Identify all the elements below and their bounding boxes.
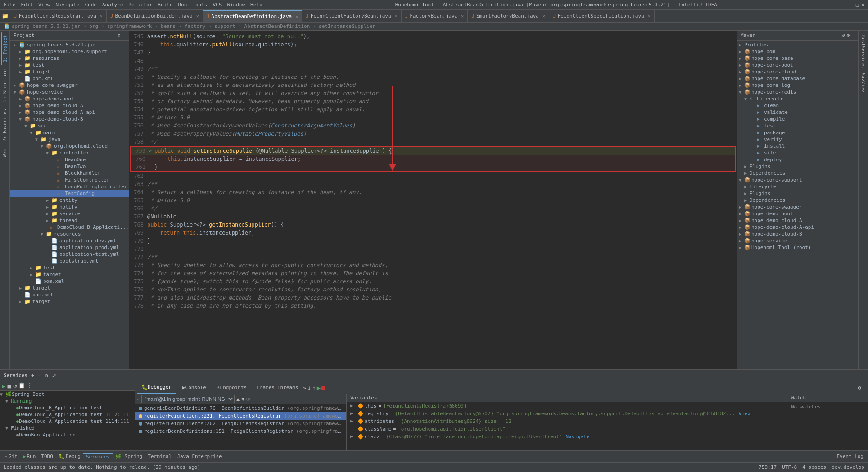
maven-item-hope-bom[interactable]: ▶ 📦 hope-bom	[737, 48, 858, 55]
sidebar-tab-favorites[interactable]: 2: Favorites	[1, 106, 8, 144]
services-stop-icon[interactable]: ■	[7, 382, 11, 390]
sidebar-tab-structure[interactable]: 2: Structure	[1, 67, 8, 104]
bottom-terminal-btn[interactable]: Terminal	[145, 454, 174, 459]
maven-lifecycle2[interactable]: ▶ Lifecycle	[737, 183, 858, 190]
tree-item-test2[interactable]: ▶ 📁 test	[10, 264, 129, 271]
tree-item-resources[interactable]: ▶ 📁 resources	[10, 55, 129, 62]
bottom-git-btn[interactable]: ⑂ Git	[2, 454, 20, 459]
maven-item-hope-demo-boot[interactable]: ▶ 📦 hope-demo-boot	[737, 210, 858, 217]
tree-item-service[interactable]: ▶ 📁 service	[10, 210, 129, 217]
var-item-registry[interactable]: ▶ 🔶 registry = {DefaultListableBeanFacto…	[347, 410, 787, 418]
tree-item-controller[interactable]: ▼ 📁 controller	[10, 150, 129, 156]
tree-item-app-dev[interactable]: ▶ 📄 application-dev.yml	[10, 237, 129, 244]
code-scroll-area[interactable]: 745 Assert.notNull(source, "Source must …	[129, 31, 737, 369]
thread-up-icon[interactable]: ▲	[236, 396, 240, 402]
right-tab-restservices[interactable]: RestServices	[860, 32, 867, 70]
resume-icon[interactable]: ▶	[317, 384, 321, 391]
menu-window[interactable]: Window	[227, 2, 245, 8]
maven-item-hope-core-boot[interactable]: ▶ 📦 hope-core-boot	[737, 62, 858, 68]
maven-goal-compile[interactable]: ▶ ▶ compile	[737, 116, 858, 123]
bottom-spring-btn[interactable]: 🌿 Spring	[113, 454, 145, 459]
code-editor[interactable]: 745 Assert.notNull(source, "Source must …	[129, 31, 737, 369]
maven-profiles-header[interactable]: ▶ Profiles	[737, 41, 858, 48]
menu-edit[interactable]: Edit	[21, 2, 33, 8]
thread-filter-icon[interactable]: ⊞	[247, 396, 250, 402]
maven-item-hope-service[interactable]: ▶ 📦 hope-service	[737, 237, 858, 244]
tree-item-test[interactable]: ▶ 📁 test	[10, 62, 129, 68]
minimize-button[interactable]: —	[850, 2, 853, 8]
bottom-run-btn[interactable]: ▶ Run	[20, 454, 39, 459]
maven-goal-site[interactable]: ▶ ▶ site	[737, 150, 858, 156]
tree-item-core-support[interactable]: ▶ 📁 org.hopehomi.core.support	[10, 48, 129, 55]
maven-refresh-icon[interactable]: ↺	[842, 32, 845, 38]
tree-item-target3[interactable]: ▶ 📁 target	[10, 285, 129, 291]
stop-icon[interactable]: ■	[321, 384, 325, 391]
menu-build[interactable]: Build	[158, 2, 172, 8]
tree-item-hope-service[interactable]: ▼ 📦 hope-service	[10, 89, 129, 95]
tab-smartfactorybean[interactable]: J SmartFactoryBean.java ✕	[468, 10, 549, 23]
tab-feignclientfactorybean[interactable]: J FeignClientFactoryBean.java ✕	[302, 10, 401, 23]
maven-collapse-icon[interactable]: —	[851, 32, 854, 38]
tab-feignclientsregistrar[interactable]: J FeignClientsRegistrar.java ✕	[10, 10, 107, 23]
services-collapse-icon[interactable]: −	[38, 372, 41, 379]
tree-item-java[interactable]: ▼ 📁 java	[10, 136, 129, 143]
tree-item-target4[interactable]: ▶ 📁 target	[10, 298, 129, 305]
tree-item-org-hopehomi-cloud[interactable]: ▼ 📦 org.hopehomi.cloud	[10, 143, 129, 150]
tab-feignclientspecification[interactable]: J FeignClientSpecification.java ✕	[549, 10, 655, 23]
tree-item-beanone[interactable]: ▶ ☕ BeanOne	[10, 156, 129, 163]
menu-tools[interactable]: Tools	[192, 2, 207, 8]
tree-item-testconfig[interactable]: ▶ ☕ TestConfig	[10, 190, 129, 197]
tab-close-icon[interactable]: ✕	[295, 14, 298, 19]
tree-item-app-test[interactable]: ▶ 📄 application-test.yml	[10, 251, 129, 258]
tree-item-longpollingcontroller[interactable]: ▶ ☕ LongPollingController	[10, 183, 129, 190]
maven-item-hope-demo-cloud-b[interactable]: ▶ 📦 hope-demo-cloud-B	[737, 231, 858, 237]
tab-close-icon[interactable]: ✕	[542, 14, 545, 18]
bottom-todo-btn[interactable]: TODO	[38, 454, 56, 459]
frame-item-3[interactable]: registerBeanDefinitions:151, FeignClient…	[135, 427, 346, 435]
tree-item-hope-demo-boot[interactable]: ▶ 📦 hope-demo-boot	[10, 95, 129, 102]
maven-goal-verify[interactable]: ▶ ▶ verify	[737, 136, 858, 143]
frame-item-2[interactable]: registerFeignClients:202, FeignClientsRe…	[135, 420, 346, 427]
menu-code[interactable]: Code	[85, 2, 97, 8]
sidebar-tab-project[interactable]: 1: Project	[1, 32, 9, 65]
tab-factorybean[interactable]: J FactoryBean.java ✕	[402, 10, 468, 23]
maven-item-hope-core-database[interactable]: ▶ 📦 hope-core-database	[737, 75, 858, 82]
services-more-icon[interactable]: ⋮	[27, 382, 32, 390]
maven-goal-install[interactable]: ▶ ▶ install	[737, 143, 858, 150]
tree-item-firstcontroller[interactable]: ▶ ☕ FirstController	[10, 177, 129, 183]
tree-item-notify[interactable]: ▶ 📁 notify	[10, 204, 129, 210]
window-controls[interactable]: — □ ✕	[850, 2, 864, 8]
services-run-icon[interactable]: ▶	[2, 382, 5, 390]
navigate-link2[interactable]: Navigate	[565, 434, 589, 440]
sidebar-tab-web[interactable]: Web	[1, 146, 8, 160]
maximize-button[interactable]: □	[856, 2, 859, 8]
maven-item-hopehomi-tool[interactable]: ▶ 📦 Hopehomi-Tool (root)	[737, 244, 858, 251]
bottom-debug-btn[interactable]: 🐛 Debug	[56, 454, 83, 459]
tree-item-src[interactable]: ▼ 📁 src	[10, 123, 129, 129]
menu-bar[interactable]: File Edit View Navigate Code Analyze Ref…	[4, 2, 262, 8]
maven-item-hope-core-base[interactable]: ▶ 📦 hope-core-base	[737, 55, 858, 62]
bottom-java-enterprise-btn[interactable]: Java Enterprise	[174, 454, 224, 459]
menu-refactor[interactable]: Refactor	[128, 2, 152, 8]
maven-item-hope-core-redis[interactable]: ▼ 📦 hope-core-redis	[737, 89, 858, 95]
var-item-classname[interactable]: ▶ 🔶 className = "org.hopehomi.api.feign.…	[347, 425, 787, 433]
tree-item-target1[interactable]: ▶ 📁 target	[10, 68, 129, 75]
tab-close-icon[interactable]: ✕	[100, 14, 103, 18]
services-finished[interactable]: ▼ Finished	[0, 425, 135, 431]
menu-navigate[interactable]: Navigate	[56, 2, 80, 8]
services-spring-boot[interactable]: ▼ 🌿 Spring Boot	[0, 391, 135, 398]
maven-item-hope-demo-cloud-a-api[interactable]: ▶ 📦 hope-demo-cloud-A-api	[737, 224, 858, 231]
tab-close-icon[interactable]: ✕	[395, 14, 398, 18]
services-app-democloudB[interactable]: ▶ ● DemoCloud_B_Application-test	[0, 404, 135, 411]
var-item-attributes[interactable]: ▶ 🔶 attributes = {AnnotationAttributes@8…	[347, 418, 787, 425]
menu-view[interactable]: View	[38, 2, 50, 8]
maven-dependencies[interactable]: ▶ Dependencies	[737, 170, 858, 177]
tree-item-hope-demo-cloud-b[interactable]: ▼ 📦 hope-demo-cloud-B	[10, 116, 129, 123]
tree-item-pom1[interactable]: ▶ 📄 pom.xml	[10, 75, 129, 82]
tab-close-icon[interactable]: ✕	[461, 14, 464, 18]
services-app-demoboot[interactable]: ▶ ● DemoBootApplication	[0, 431, 135, 438]
tree-item-spring-beans-jar[interactable]: ▶ 🫙 spring-beans-5.3.21.jar	[10, 41, 129, 48]
tree-item-thread[interactable]: ▶ 📁 thread	[10, 217, 129, 224]
tab-abstractbeandefinition[interactable]: J AbstractBeanDefinition.java ✕	[203, 10, 302, 23]
tree-item-hope-demo-cloud-a-api[interactable]: ▶ 📦 hope-demo-cloud-A-api	[10, 109, 129, 116]
